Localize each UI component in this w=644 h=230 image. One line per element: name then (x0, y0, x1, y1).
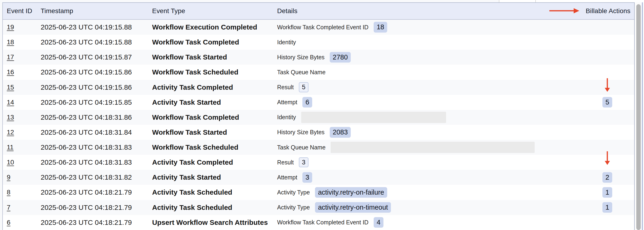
event-row[interactable]: 14 2025-06-23 UTC 04:19:15.85 Activity T… (3, 95, 634, 110)
event-id-link[interactable]: 6 (7, 219, 10, 226)
detail-value-badge: 5 (299, 82, 308, 92)
top-chrome-strip (0, 0, 644, 2)
event-row[interactable]: 18 2025-06-23 UTC 04:19:15.88 Workflow T… (3, 35, 634, 50)
event-row[interactable]: 8 2025-06-23 UTC 04:18:21.79 Activity Ta… (3, 185, 634, 200)
detail-value-badge: 3 (299, 157, 308, 167)
detail-label: Identity (277, 114, 296, 121)
event-row[interactable]: 7 2025-06-23 UTC 04:18:21.79 Activity Ta… (3, 200, 634, 215)
column-header-billable-actions: Billable Actions (580, 7, 634, 15)
detail-label: Result (277, 84, 294, 91)
event-type: Activity Task Started (152, 98, 277, 106)
window-edge (642, 2, 643, 230)
event-id-link[interactable]: 12 (7, 129, 14, 136)
event-type: Upsert Workflow Search Attributes (152, 218, 277, 226)
event-timestamp: 2025-06-23 UTC 04:19:15.86 (41, 68, 152, 76)
detail-label: Task Queue Name (277, 144, 326, 151)
event-timestamp: 2025-06-23 UTC 04:18:31.82 (41, 173, 152, 181)
event-row[interactable]: 19 2025-06-23 UTC 04:19:15.88 Workflow E… (3, 20, 634, 35)
event-timestamp: 2025-06-23 UTC 04:18:31.84 (41, 128, 152, 136)
event-timestamp: 2025-06-23 UTC 04:18:21.79 (41, 218, 152, 226)
event-row[interactable]: 15 2025-06-23 UTC 04:19:15.86 Activity T… (3, 80, 634, 95)
detail-label: History Size Bytes (277, 54, 324, 61)
event-row[interactable]: 12 2025-06-23 UTC 04:18:31.84 Workflow T… (3, 125, 634, 140)
event-type: Activity Task Scheduled (152, 203, 277, 211)
event-type: Workflow Task Scheduled (152, 143, 277, 151)
event-timestamp: 2025-06-23 UTC 04:19:15.85 (41, 98, 152, 106)
event-id-link[interactable]: 13 (7, 113, 14, 121)
event-timestamp: 2025-06-23 UTC 04:18:21.79 (41, 188, 152, 196)
event-timestamp: 2025-06-23 UTC 04:19:15.86 (41, 83, 152, 91)
event-row[interactable]: 11 2025-06-23 UTC 04:18:31.83 Workflow T… (3, 140, 634, 155)
detail-label: Activity Type (277, 204, 310, 211)
column-header-details: Details (277, 7, 580, 15)
event-id-link[interactable]: 10 (7, 159, 14, 166)
detail-label: Workflow Task Completed Event ID (277, 219, 368, 226)
event-type: Workflow Task Completed (152, 38, 277, 46)
event-type: Activity Task Completed (152, 158, 277, 166)
detail-label: Workflow Task Completed Event ID (277, 24, 368, 31)
event-type: Workflow Task Started (152, 53, 277, 61)
event-type: Workflow Execution Completed (152, 23, 277, 31)
event-id-link[interactable]: 7 (7, 204, 10, 211)
detail-value-badge: 2780 (330, 52, 351, 63)
detail-value-badge: 4 (374, 217, 384, 228)
event-type: Workflow Task Completed (152, 113, 277, 121)
redacted-value-block (331, 142, 535, 153)
billable-actions-count: 5 (602, 97, 612, 107)
detail-value-badge: activity.retry-on-failure (315, 187, 387, 198)
detail-label: Attempt (277, 174, 297, 181)
event-timestamp: 2025-06-23 UTC 04:18:31.83 (41, 158, 152, 166)
event-id-link[interactable]: 16 (7, 68, 14, 76)
event-timestamp: 2025-06-23 UTC 04:19:15.87 (41, 53, 152, 61)
event-timestamp: 2025-06-23 UTC 04:19:15.88 (41, 38, 152, 46)
event-id-link[interactable]: 9 (7, 174, 10, 181)
detail-value-badge: 2083 (330, 127, 351, 138)
column-header-event-id: Event ID (3, 7, 41, 15)
redacted-value-block (301, 112, 446, 123)
event-row[interactable]: 6 2025-06-23 UTC 04:18:21.79 Upsert Work… (3, 215, 634, 230)
detail-label: Attempt (277, 99, 297, 106)
event-timestamp: 2025-06-23 UTC 04:18:31.83 (41, 143, 152, 151)
billable-actions-count: 1 (602, 202, 612, 213)
detail-value-badge: 6 (302, 97, 312, 107)
detail-label: History Size Bytes (277, 129, 324, 136)
column-header-timestamp: Timestamp (41, 7, 152, 15)
billable-actions-count: 1 (602, 187, 612, 198)
event-row[interactable]: 10 2025-06-23 UTC 04:18:31.83 Activity T… (3, 155, 634, 170)
event-timestamp: 2025-06-23 UTC 04:18:21.79 (41, 203, 152, 211)
event-timestamp: 2025-06-23 UTC 04:18:31.86 (41, 113, 152, 121)
event-id-link[interactable]: 14 (7, 99, 14, 106)
table-header-row: Event ID Timestamp Event Type Details Bi… (3, 3, 634, 20)
event-type: Activity Task Scheduled (152, 188, 277, 196)
event-id-link[interactable]: 17 (7, 53, 14, 61)
event-id-link[interactable]: 8 (7, 189, 10, 196)
event-type: Workflow Task Scheduled (152, 68, 277, 76)
event-row[interactable]: 9 2025-06-23 UTC 04:18:31.82 Activity Ta… (3, 170, 634, 185)
event-id-link[interactable]: 19 (7, 23, 14, 31)
top-chrome-divider (499, 0, 499, 2)
event-row[interactable]: 13 2025-06-23 UTC 04:18:31.86 Workflow T… (3, 110, 634, 125)
event-type: Workflow Task Started (152, 128, 277, 136)
detail-value-badge: 3 (302, 172, 312, 183)
billable-actions-count: 2 (602, 172, 612, 183)
event-row[interactable]: 16 2025-06-23 UTC 04:19:15.86 Workflow T… (3, 65, 634, 80)
detail-value-badge: 18 (374, 22, 387, 32)
top-chrome-element (499, 0, 644, 2)
top-chrome-divider (535, 0, 536, 2)
detail-value-badge: activity.retry-on-timeout (315, 202, 391, 213)
table-body: 19 2025-06-23 UTC 04:19:15.88 Workflow E… (3, 20, 634, 230)
detail-label: Identity (277, 39, 296, 46)
event-id-link[interactable]: 15 (7, 84, 14, 91)
scrollbar-thumb[interactable] (636, 4, 641, 230)
event-history-table: Event ID Timestamp Event Type Details Bi… (2, 2, 635, 230)
event-row[interactable]: 17 2025-06-23 UTC 04:19:15.87 Workflow T… (3, 50, 634, 65)
event-id-link[interactable]: 18 (7, 38, 14, 46)
column-header-event-type: Event Type (152, 7, 277, 15)
event-type: Activity Task Started (152, 173, 277, 181)
detail-label: Task Queue Name (277, 69, 326, 76)
detail-label: Result (277, 159, 294, 166)
event-type: Activity Task Completed (152, 83, 277, 91)
detail-label: Activity Type (277, 189, 310, 196)
event-id-link[interactable]: 11 (7, 144, 14, 151)
event-timestamp: 2025-06-23 UTC 04:19:15.88 (41, 23, 152, 31)
